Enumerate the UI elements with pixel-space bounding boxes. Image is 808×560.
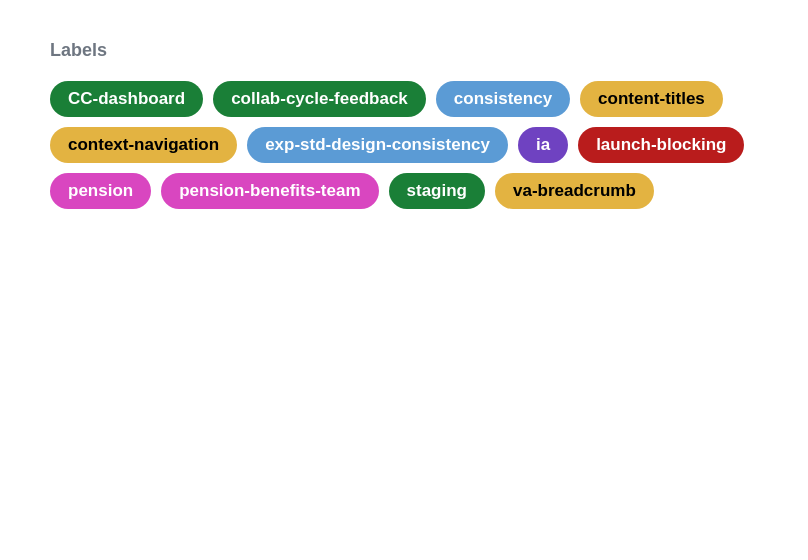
label-collab-cycle-feedback[interactable]: collab-cycle-feedback <box>213 81 426 117</box>
label-exp-std-design-consistency[interactable]: exp-std-design-consistency <box>247 127 508 163</box>
label-staging[interactable]: staging <box>389 173 485 209</box>
label-content-titles[interactable]: content-titles <box>580 81 723 117</box>
labels-container: CC-dashboardcollab-cycle-feedbackconsist… <box>50 81 758 209</box>
section-header: Labels <box>50 40 758 81</box>
label-va-breadcrumb[interactable]: va-breadcrumb <box>495 173 654 209</box>
label-pension-benefits-team[interactable]: pension-benefits-team <box>161 173 378 209</box>
label-cc-dashboard[interactable]: CC-dashboard <box>50 81 203 117</box>
labels-title: Labels <box>50 40 758 61</box>
label-pension[interactable]: pension <box>50 173 151 209</box>
label-consistency[interactable]: consistency <box>436 81 570 117</box>
label-launch-blocking[interactable]: launch-blocking <box>578 127 744 163</box>
label-ia[interactable]: ia <box>518 127 568 163</box>
label-context-navigation[interactable]: context-navigation <box>50 127 237 163</box>
